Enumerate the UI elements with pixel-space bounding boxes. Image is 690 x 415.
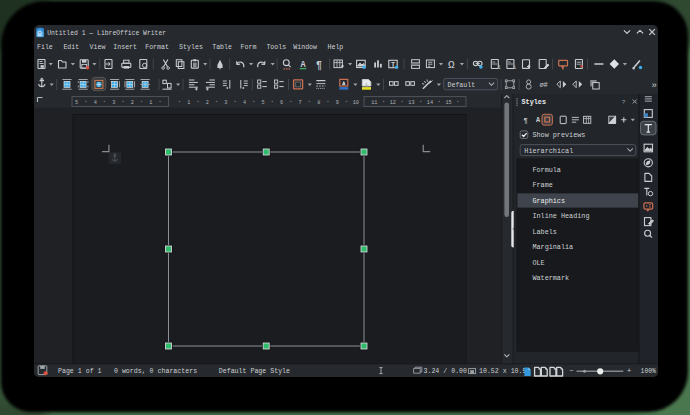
svg-text:Inline Heading: Inline Heading <box>532 212 589 220</box>
svg-text:Styles: Styles <box>179 44 203 51</box>
svg-text:Page 1 of 1: Page 1 of 1 <box>58 368 102 375</box>
svg-text:Form: Form <box>241 44 257 51</box>
svg-text:7: 7 <box>299 100 302 106</box>
svg-text:13: 13 <box>408 100 414 106</box>
svg-text:Graphics: Graphics <box>532 197 565 205</box>
svg-text:10: 10 <box>353 100 359 106</box>
svg-text:5: 5 <box>75 100 78 106</box>
svg-text:4: 4 <box>243 100 246 106</box>
svg-text:i: i <box>513 65 516 70</box>
svg-text:Format: Format <box>145 44 169 51</box>
svg-text:Formula: Formula <box>532 166 561 174</box>
svg-text:12: 12 <box>390 100 396 106</box>
svg-text:1: 1 <box>498 65 501 70</box>
svg-text:3: 3 <box>224 100 227 106</box>
svg-text:Edit: Edit <box>63 44 79 51</box>
svg-text:15: 15 <box>445 100 451 106</box>
svg-text:2: 2 <box>131 100 134 106</box>
svg-text:View: View <box>90 44 106 51</box>
svg-text:Window: Window <box>293 44 317 51</box>
svg-text:Marginalia: Marginalia <box>532 243 573 251</box>
svg-text:?: ? <box>622 99 626 106</box>
svg-text:File: File <box>37 44 53 51</box>
svg-text:Insert: Insert <box>113 44 137 51</box>
svg-text:Hierarchical: Hierarchical <box>524 147 573 155</box>
svg-text:3: 3 <box>112 100 115 106</box>
svg-text:¶: ¶ <box>316 60 322 71</box>
svg-text:Help: Help <box>328 44 344 51</box>
svg-text:Default Page Style: Default Page Style <box>219 368 290 375</box>
svg-text:8: 8 <box>317 100 320 106</box>
svg-text:11: 11 <box>371 100 377 106</box>
svg-text:Default: Default <box>448 82 476 89</box>
svg-text:Styles: Styles <box>522 98 546 106</box>
svg-text:Labels: Labels <box>532 228 556 236</box>
svg-text:Frame: Frame <box>532 181 552 189</box>
svg-text:Untitled 1 — LibreOffice Write: Untitled 1 — LibreOffice Writer <box>47 30 166 37</box>
svg-text:Tools: Tools <box>266 44 286 51</box>
svg-text:0 words, 0 characters: 0 words, 0 characters <box>114 368 197 375</box>
svg-text:2: 2 <box>206 100 209 106</box>
svg-text:14: 14 <box>427 100 433 106</box>
svg-text:9: 9 <box>336 100 339 106</box>
svg-text:4: 4 <box>94 100 97 106</box>
svg-text:6: 6 <box>280 100 283 106</box>
svg-text:1: 1 <box>187 100 190 106</box>
svg-text:+: + <box>627 367 631 375</box>
svg-text:Table: Table <box>212 44 232 51</box>
svg-text:5: 5 <box>261 100 264 106</box>
svg-text:»: » <box>651 81 656 91</box>
svg-text:10.52 x 10.5: 10.52 x 10.5 <box>479 368 527 375</box>
svg-text:3.24 / 0.00: 3.24 / 0.00 <box>424 368 468 375</box>
svg-text:Show previews: Show previews <box>532 131 585 139</box>
svg-text:1: 1 <box>149 100 152 106</box>
svg-text:¶: ¶ <box>524 117 528 125</box>
svg-text:−: − <box>569 367 573 375</box>
svg-text:OLE: OLE <box>532 259 544 267</box>
svg-text:⌀#: ⌀# <box>539 81 547 89</box>
svg-text:T: T <box>391 61 395 69</box>
svg-text:100%: 100% <box>641 368 657 375</box>
svg-text:Ω: Ω <box>448 59 455 71</box>
svg-text:Watermark: Watermark <box>532 274 569 282</box>
